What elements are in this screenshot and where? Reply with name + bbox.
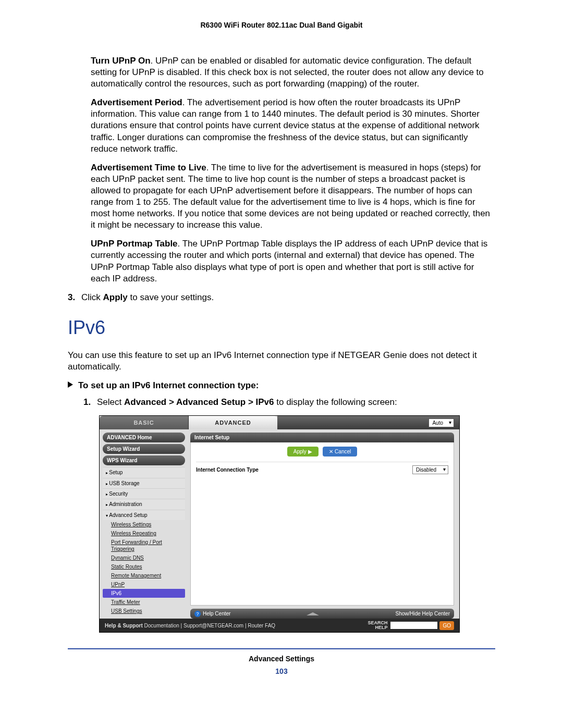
adv-period-lead: Advertisement Period — [91, 97, 182, 107]
router-ui-screenshot: BASIC ADVANCED Auto ADVANCED Home Setup … — [99, 415, 460, 633]
go-button[interactable]: GO — [439, 621, 454, 630]
step-3: 3.Click Apply to save your settings. — [68, 292, 495, 303]
show-hide-help[interactable]: Show/Hide Help Center — [395, 610, 450, 617]
sidebar-usb[interactable]: USB Storage — [103, 478, 185, 488]
sidebar-sub-portfwd[interactable]: Port Forwarding / Port Triggering — [103, 538, 185, 553]
upnp-lead: Turn UPnP On — [91, 56, 151, 66]
ttl-text: . The time to live for the advertisement… — [91, 163, 490, 230]
para-adv-period: Advertisement Period. The advertisement … — [91, 97, 495, 154]
step-3-b: Apply — [103, 292, 128, 302]
panel-title: Internet Setup — [190, 433, 454, 442]
conn-type-select[interactable]: Disabled — [412, 465, 448, 474]
section-ipv6-heading: IPv6 — [68, 316, 495, 340]
doc-header: R6300 WiFi Router 802.11ac Dual Band Gig… — [0, 21, 563, 29]
sidebar-sub-wireless[interactable]: Wireless Settings — [103, 520, 185, 529]
sub1-c: to display the following screen: — [274, 397, 397, 407]
sidebar-sub-static[interactable]: Static Routes — [103, 562, 185, 571]
support-bar: Help & Support Documentation | Support@N… — [100, 619, 459, 632]
ttl-lead: Advertisement Time to Live — [91, 163, 206, 172]
step-3-num: 3. — [68, 292, 81, 303]
sidebar-setup[interactable]: Setup — [103, 467, 185, 477]
sidebar-sub-upnp[interactable]: UPnP — [103, 580, 185, 589]
sidebar-sub-ddns[interactable]: Dynamic DNS — [103, 553, 185, 562]
ipv6-intro: You can use this feature to set up an IP… — [68, 350, 495, 373]
chevron-up-icon[interactable] — [307, 612, 319, 615]
step-3-c: to save your settings. — [128, 292, 214, 302]
help-center-bar[interactable]: ?Help Center Show/Hide Help Center — [190, 609, 454, 619]
sidebar-sub-repeating[interactable]: Wireless Repeating — [103, 529, 185, 538]
page-number: 103 — [0, 667, 563, 675]
panel-body: Apply ▶ ✕ Cancel Internet Connection Typ… — [190, 442, 454, 606]
sidebar-sub-usbset[interactable]: USB Settings — [103, 607, 185, 615]
sidebar-sub-ipv6[interactable]: IPv6 — [103, 589, 185, 598]
tab-basic[interactable]: BASIC — [100, 416, 189, 429]
support-links[interactable]: Documentation | Support@NETGEAR.com | Ro… — [144, 623, 276, 628]
procedure-text: To set up an IPv6 Internet connection ty… — [78, 380, 259, 390]
sidebar-wps-wizard[interactable]: WPS Wizard — [103, 455, 185, 465]
sidebar-adv-setup[interactable]: Advanced Setup — [103, 510, 185, 520]
para-upnp: Turn UPnP On. UPnP can be enabled or dis… — [91, 55, 495, 90]
step-3-a: Click — [81, 292, 103, 302]
sidebar-sub-traffic[interactable]: Traffic Meter — [103, 598, 185, 607]
para-ttl: Advertisement Time to Live. The time to … — [91, 162, 495, 231]
portmap-lead: UPnP Portmap Table — [91, 239, 178, 249]
support-lead: Help & Support — [105, 623, 144, 628]
auto-select[interactable]: Auto — [429, 418, 454, 427]
sidebar-sub-remote[interactable]: Remote Management — [103, 571, 185, 580]
question-icon: ? — [194, 611, 201, 617]
sub-step-1-num: 1. — [83, 397, 97, 408]
tab-advanced[interactable]: ADVANCED — [189, 416, 277, 429]
sidebar: ADVANCED Home Setup Wizard WPS Wizard Se… — [100, 429, 188, 619]
sub1-b: Advanced > Advanced Setup > IPv6 — [124, 397, 274, 407]
search-label-2: HELP — [375, 625, 387, 630]
search-input[interactable] — [390, 622, 437, 629]
procedure-heading: To set up an IPv6 Internet connection ty… — [68, 380, 495, 391]
apply-button[interactable]: Apply ▶ — [287, 447, 319, 456]
sidebar-security[interactable]: Security — [103, 488, 185, 499]
sidebar-setup-wizard[interactable]: Setup Wizard — [103, 444, 185, 454]
sidebar-admin[interactable]: Administration — [103, 499, 185, 509]
footer-rule — [68, 648, 495, 649]
conn-type-label: Internet Connection Type — [196, 466, 259, 473]
cancel-button[interactable]: ✕ Cancel — [323, 447, 357, 456]
sidebar-home[interactable]: ADVANCED Home — [103, 433, 185, 442]
para-portmap: UPnP Portmap Table. The UPnP Portmap Tab… — [91, 238, 495, 284]
triangle-icon — [68, 381, 73, 388]
sub1-a: Select — [97, 397, 124, 407]
sub-step-1: 1.Select Advanced > Advanced Setup > IPv… — [83, 397, 495, 408]
footer-label: Advanced Settings — [0, 655, 563, 663]
help-center-label: Help Center — [203, 610, 230, 617]
